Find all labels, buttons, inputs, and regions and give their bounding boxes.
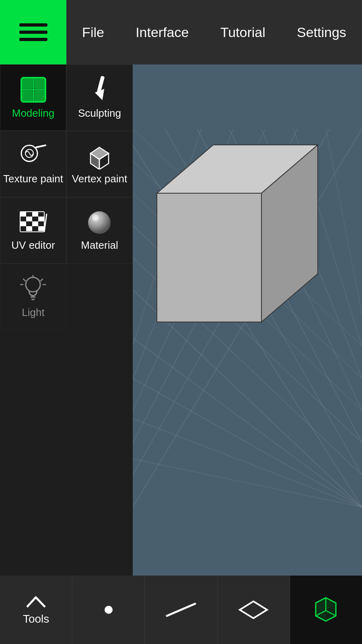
svg-point-71 — [105, 606, 113, 614]
main-area: Modeling Sculpting — [0, 64, 362, 576]
nav-settings[interactable]: Settings — [289, 21, 354, 44]
svg-point-35 — [88, 211, 111, 234]
svg-line-52 — [133, 378, 362, 507]
texture-paint-label: Texture paint — [3, 173, 63, 185]
sidebar-item-sculpting[interactable]: Sculpting — [66, 64, 133, 131]
sidebar-item-modeling[interactable]: Modeling — [0, 64, 66, 131]
uv-editor-label: UV editor — [11, 239, 55, 252]
svg-rect-29 — [38, 221, 44, 226]
svg-marker-68 — [157, 193, 261, 322]
tools-label: Tools — [23, 613, 49, 625]
bottom-item-tools[interactable]: Tools — [0, 576, 72, 644]
bottom-bar: Tools — [0, 576, 362, 644]
nav-interface[interactable]: Interface — [128, 21, 197, 44]
svg-line-53 — [133, 419, 362, 507]
cube-icon — [312, 596, 340, 624]
svg-rect-26 — [20, 221, 26, 226]
diamond-icon — [237, 600, 269, 620]
svg-line-11 — [36, 145, 45, 147]
sidebar-row-1: Modeling Sculpting — [0, 64, 133, 131]
svg-rect-23 — [26, 217, 32, 221]
bottom-item-line[interactable] — [145, 576, 217, 644]
nav-tutorial[interactable]: Tutorial — [212, 21, 274, 44]
chevron-up-icon — [25, 594, 47, 610]
sidebar: Modeling Sculpting — [0, 64, 133, 576]
top-nav: File Interface Tutorial Settings — [66, 0, 362, 64]
svg-marker-73 — [240, 601, 267, 618]
svg-rect-27 — [26, 221, 32, 226]
svg-line-42 — [41, 279, 43, 281]
sidebar-row-3: UV editor Material — [0, 197, 133, 264]
bottom-item-cube[interactable] — [290, 576, 362, 644]
svg-rect-18 — [20, 212, 26, 217]
sidebar-item-material[interactable]: Material — [66, 197, 133, 264]
top-bar: File Interface Tutorial Settings — [0, 0, 362, 64]
sculpting-label: Sculpting — [78, 107, 121, 120]
svg-rect-31 — [26, 226, 32, 231]
hamburger-icon — [19, 23, 47, 41]
svg-rect-2 — [34, 78, 45, 89]
modeling-label: Modeling — [12, 107, 55, 120]
line-icon — [165, 602, 197, 618]
sidebar-row-4: Light — [0, 264, 133, 330]
svg-line-51 — [133, 338, 362, 507]
svg-rect-1 — [21, 78, 33, 89]
dot-icon — [101, 602, 117, 618]
svg-rect-19 — [26, 212, 32, 217]
svg-rect-22 — [20, 217, 26, 221]
bottom-item-diamond[interactable] — [218, 576, 290, 644]
svg-point-37 — [26, 277, 40, 292]
sidebar-item-uv-editor[interactable]: UV editor — [0, 197, 66, 264]
sidebar-item-vertex-paint[interactable]: Vertex paint — [66, 131, 133, 197]
nav-file[interactable]: File — [74, 21, 112, 44]
svg-line-72 — [167, 604, 195, 616]
svg-rect-3 — [21, 91, 33, 102]
svg-rect-21 — [38, 212, 44, 217]
viewport[interactable] — [133, 64, 362, 576]
svg-line-54 — [133, 459, 362, 507]
vertex-paint-label: Vertex paint — [72, 173, 127, 185]
light-label: Light — [22, 306, 44, 319]
svg-rect-30 — [20, 226, 26, 231]
3d-cube — [141, 105, 350, 338]
svg-rect-33 — [38, 226, 44, 231]
material-label: Material — [81, 239, 118, 252]
svg-rect-25 — [38, 217, 44, 221]
svg-line-41 — [23, 279, 25, 281]
sidebar-row-2: Texture paint Vertex paint — [0, 131, 133, 197]
svg-rect-4 — [34, 91, 45, 102]
svg-point-36 — [92, 215, 99, 221]
sidebar-item-light[interactable]: Light — [0, 264, 66, 330]
bottom-item-dot[interactable] — [72, 576, 145, 644]
menu-button[interactable] — [0, 0, 66, 64]
svg-rect-28 — [32, 221, 38, 226]
sidebar-item-texture-paint[interactable]: Texture paint — [0, 131, 66, 197]
svg-rect-20 — [32, 212, 38, 217]
svg-rect-24 — [32, 217, 38, 221]
svg-rect-32 — [32, 226, 38, 231]
